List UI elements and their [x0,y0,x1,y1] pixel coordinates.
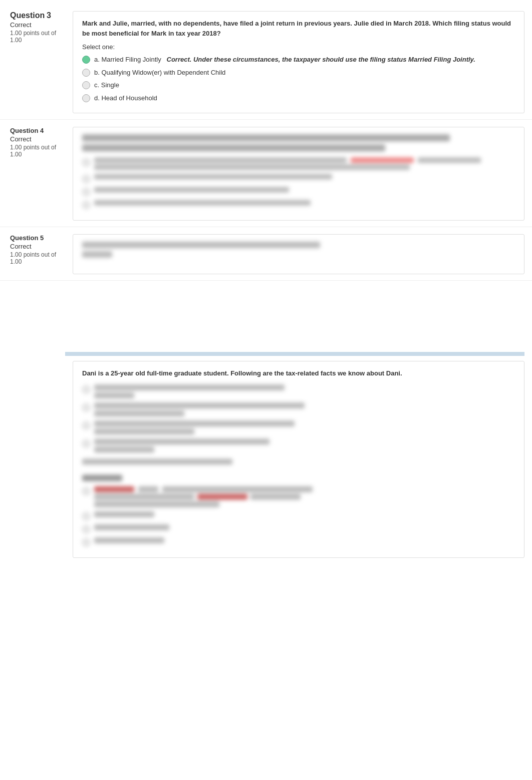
question-5-block: Question 5 Correct 1.00 points out of 1.… [0,228,532,281]
option-c-text: c. Single [94,80,119,90]
question-3-label: Question 3 [10,11,68,20]
option-d-radio[interactable] [82,94,90,102]
page-container: Question 3 Correct 1.00 points out of 1.… [0,0,532,568]
scenario-bullets [82,384,515,546]
q4-option-a[interactable] [82,157,515,170]
question-4-label: Question 4 [10,127,68,134]
q4-option-c[interactable] [82,187,515,196]
q4-option-d-radio[interactable] [82,201,90,209]
question-5-sidebar: Question 5 Correct 1.00 points out of 1.… [0,234,73,274]
option-a-correct-note: Correct. Under these circumstances, the … [167,56,475,63]
option-c-radio[interactable] [82,81,90,89]
question-5-label: Question 5 [10,234,68,242]
option-b-radio[interactable] [82,69,90,77]
q4-option-d[interactable] [82,200,515,209]
question-3-number: 3 [47,11,51,20]
q4-option-a-radio[interactable] [82,158,90,166]
question-4-block: Question 4 Correct 1.00 points out of 1.… [0,121,532,227]
option-a-text: a. Married Filing Jointly Correct. Under… [94,55,475,65]
option-b-text: b. Qualifying Widow(er) with Dependent C… [94,68,225,78]
spacer [0,282,532,342]
question-3-content: Mark and Julie, married, with no depende… [73,11,524,113]
question-word: Question [10,11,45,20]
question-4-points: 1.00 points out of 1.00 [10,144,68,158]
q4-option-b-radio[interactable] [82,175,90,183]
question-3-points: 1.00 points out of 1.00 [10,30,68,44]
option-b[interactable]: b. Qualifying Widow(er) with Dependent C… [82,68,515,78]
question-4-blurred [82,134,515,209]
q4-option-b[interactable] [82,174,515,183]
question-5-content [73,234,524,274]
section-divider [65,352,524,356]
scenario-block: Dani is a 25-year old full-time graduate… [73,361,524,558]
option-d[interactable]: d. Head of Household [82,93,515,103]
option-c[interactable]: c. Single [82,80,515,90]
question-3-sidebar: Question 3 Correct 1.00 points out of 1.… [0,11,73,113]
question-4-sidebar: Question 4 Correct 1.00 points out of 1.… [0,127,73,221]
question-5-status: Correct [10,243,68,250]
question-3-block: Question 3 Correct 1.00 points out of 1.… [0,5,532,120]
option-a[interactable]: a. Married Filing Jointly Correct. Under… [82,55,515,65]
question-5-points: 1.00 points out of 1.00 [10,251,68,265]
question-3-text: Mark and Julie, married, with no depende… [82,19,515,38]
scenario-text: Dani is a 25-year old full-time graduate… [82,368,515,378]
option-a-radio[interactable] [82,56,90,64]
question-4-status: Correct [10,135,68,143]
question-3-status: Correct [10,21,68,29]
select-one-label: Select one: [82,43,515,51]
question-4-content [73,127,524,221]
q4-option-c-radio[interactable] [82,188,90,196]
option-d-text: d. Head of Household [94,93,157,103]
question-5-blurred [82,242,515,258]
